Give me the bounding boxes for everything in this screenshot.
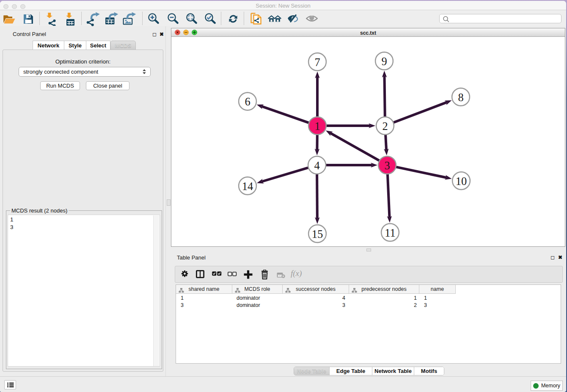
svg-text:4: 4	[314, 159, 319, 172]
svg-text:9: 9	[381, 55, 387, 68]
svg-text:3: 3	[384, 159, 390, 172]
svg-text:1: 1	[314, 120, 320, 133]
svg-text:8: 8	[458, 91, 463, 104]
svg-text:10: 10	[456, 175, 467, 188]
svg-text:2: 2	[382, 120, 388, 133]
svg-text:14: 14	[242, 180, 253, 193]
svg-text:11: 11	[385, 226, 396, 239]
svg-text:6: 6	[245, 95, 250, 108]
svg-text:7: 7	[314, 56, 320, 69]
svg-text:15: 15	[312, 228, 323, 240]
